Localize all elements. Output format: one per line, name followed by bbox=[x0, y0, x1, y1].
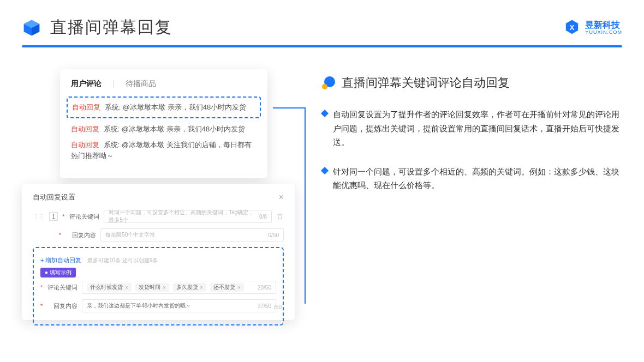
tab-divider: | bbox=[112, 79, 115, 89]
row-number: 1 bbox=[49, 212, 58, 221]
page-title: 直播间弹幕回复 bbox=[50, 16, 172, 39]
comment-row-highlighted: 自动回复 系统: @冰墩墩本墩 亲亲，我们48小时内发货 bbox=[67, 96, 261, 118]
settings-modal: 自动回复设置 × ⋮⋮ 1 * 评论关键词 对同一个问题，可设置多个相近、高频的… bbox=[22, 184, 295, 320]
outer-counter: /50 bbox=[274, 304, 282, 310]
chip[interactable]: 多久发货× bbox=[173, 283, 207, 292]
required-star: * bbox=[59, 232, 61, 238]
reply-placeholder: 每条限50个中文字符 bbox=[105, 231, 155, 239]
add-auto-reply-link[interactable]: + 增加自动回复 bbox=[40, 257, 81, 263]
brand-logo-icon: X bbox=[563, 19, 581, 37]
preview-stack: 用户评论 | 待播商品 自动回复 系统: @冰墩墩本墩 亲亲，我们48小时内发货… bbox=[22, 69, 295, 331]
comments-card: 用户评论 | 待播商品 自动回复 系统: @冰墩墩本墩 亲亲，我们48小时内发货… bbox=[60, 69, 267, 178]
chip[interactable]: 什么时候发货× bbox=[87, 283, 132, 292]
chip-remove-icon: × bbox=[200, 285, 204, 291]
chip-remove-icon: × bbox=[125, 285, 128, 291]
brand-name: 昱新科技 bbox=[585, 20, 622, 30]
ex-reply-field[interactable]: 亲，我们这边都是下单48小时内发货的哦～ 37/50 bbox=[82, 299, 276, 312]
keyword-counter: 0/8 bbox=[259, 214, 267, 220]
right-column: 直播间弹幕关键词评论自动回复 自动回复设置为了提升作者的评论回复效率，作者可在开… bbox=[322, 69, 622, 331]
form-row-reply: * 回复内容 每条限50个中文字符 0/50 bbox=[33, 228, 284, 242]
bullet-text: 针对同一个问题，可设置多个相近的、高频的关键词。例如：这款多少钱、这块能优惠吗、… bbox=[333, 165, 622, 192]
add-hint: 最多可建10条 还可以创建9条 bbox=[87, 257, 158, 263]
chip[interactable]: 还不发货× bbox=[210, 283, 244, 292]
diamond-icon bbox=[321, 166, 329, 174]
tab-comments[interactable]: 用户评论 bbox=[71, 79, 102, 89]
dot-icon bbox=[322, 76, 335, 89]
keyword-placeholder: 对同一个问题，可设置多个相近、高频的关键词，Tag确定，最多5个 bbox=[109, 209, 259, 224]
auto-reply-tag: 自动回复 bbox=[71, 125, 99, 133]
brand-text-wrap: 昱新科技 YUUXIN.COM bbox=[585, 20, 622, 35]
keyword-label: 评论关键词 bbox=[69, 213, 99, 221]
ex-reply-label: 回复内容 bbox=[47, 302, 77, 310]
comment-row: 自动回复 系统: @冰墩墩本墩 关注我们的店铺，每日都有热门推荐呦～ bbox=[71, 140, 257, 161]
reply-input[interactable]: 每条限50个中文字符 0/50 bbox=[100, 228, 284, 242]
ex-keyword-label: 评论关键词 bbox=[47, 283, 77, 292]
close-icon[interactable]: × bbox=[279, 192, 284, 202]
header: 直播间弹幕回复 X 昱新科技 YUUXIN.COM bbox=[0, 0, 644, 39]
tabs: 用户评论 | 待播商品 bbox=[71, 79, 257, 89]
example-keyword-row: * 评论关键词 什么时候发货× 发货时间× 多久发货× 还不发货× 20/50 bbox=[40, 281, 276, 294]
trash-icon[interactable] bbox=[276, 213, 284, 220]
svg-text:X: X bbox=[570, 23, 575, 32]
ex-chip-counter: 20/50 bbox=[258, 285, 271, 291]
tab-products[interactable]: 待播商品 bbox=[126, 79, 156, 89]
form-row-keyword: ⋮⋮ 1 * 评论关键词 对同一个问题，可设置多个相近、高频的关键词，Tag确定… bbox=[33, 210, 284, 223]
brand-sub: YUUXIN.COM bbox=[585, 29, 622, 35]
ex-keyword-field[interactable]: 什么时候发货× 发货时间× 多久发货× 还不发货× 20/50 bbox=[82, 281, 276, 294]
keyword-input[interactable]: 对同一个问题，可设置多个相近、高频的关键词，Tag确定，最多5个 0/8 bbox=[104, 210, 272, 223]
bullet-row: 针对同一个问题，可设置多个相近的、高频的关键词。例如：这款多少钱、这块能优惠吗、… bbox=[322, 165, 622, 192]
bullet-text: 自动回复设置为了提升作者的评论回复效率，作者可在开播前针对常见的评论用户问题，提… bbox=[333, 107, 622, 149]
section-title: 直播间弹幕关键词评论自动回复 bbox=[342, 75, 510, 91]
chip-remove-icon: × bbox=[163, 285, 166, 291]
cube-icon bbox=[22, 18, 41, 38]
auto-reply-tag: 自动回复 bbox=[71, 141, 99, 149]
comment-row: 自动回复 系统: @冰墩墩本墩 亲亲，我们48小时内发货 bbox=[71, 124, 257, 135]
auto-reply-tag: 自动回复 bbox=[72, 103, 100, 111]
modal-header: 自动回复设置 × bbox=[33, 192, 284, 202]
required-star: * bbox=[40, 284, 43, 291]
brand: X 昱新科技 YUUXIN.COM bbox=[563, 19, 622, 37]
example-reply-row: * 回复内容 亲，我们这边都是下单48小时内发货的哦～ 37/50 /50 bbox=[40, 299, 276, 312]
diamond-icon bbox=[321, 110, 329, 117]
modal-title: 自动回复设置 bbox=[33, 192, 75, 202]
chip-remove-icon: × bbox=[237, 285, 241, 291]
reply-label: 回复内容 bbox=[65, 231, 96, 239]
ex-reply-counter: 37/50 bbox=[258, 303, 271, 309]
comment-text: 系统: @冰墩墩本墩 亲亲，我们48小时内发货 bbox=[104, 125, 246, 133]
bullet-row: 自动回复设置为了提升作者的评论回复效率，作者可在开播前针对常见的评论用户问题，提… bbox=[322, 107, 622, 149]
chip-wrap: 什么时候发货× 发货时间× 多久发货× 还不发货× bbox=[87, 283, 246, 292]
header-left: 直播间弹幕回复 bbox=[22, 16, 172, 39]
chip[interactable]: 发货时间× bbox=[135, 283, 169, 292]
content: 用户评论 | 待播商品 自动回复 系统: @冰墩墩本墩 亲亲，我们48小时内发货… bbox=[0, 47, 644, 331]
comment-text: 系统: @冰墩墩本墩 亲亲，我们48小时内发货 bbox=[105, 103, 247, 111]
example-pill: ● 填写示例 bbox=[40, 268, 76, 277]
drag-handle-icon[interactable]: ⋮⋮ bbox=[33, 213, 45, 220]
section-head: 直播间弹幕关键词评论自动回复 bbox=[322, 75, 622, 91]
ex-reply-value: 亲，我们这边都是下单48小时内发货的哦～ bbox=[87, 302, 191, 310]
required-star: * bbox=[40, 303, 43, 309]
required-star: * bbox=[62, 213, 64, 220]
reply-counter: 0/50 bbox=[269, 232, 279, 238]
example-box: + 增加自动回复 最多可建10条 还可以创建9条 ● 填写示例 * 评论关键词 … bbox=[33, 247, 284, 325]
